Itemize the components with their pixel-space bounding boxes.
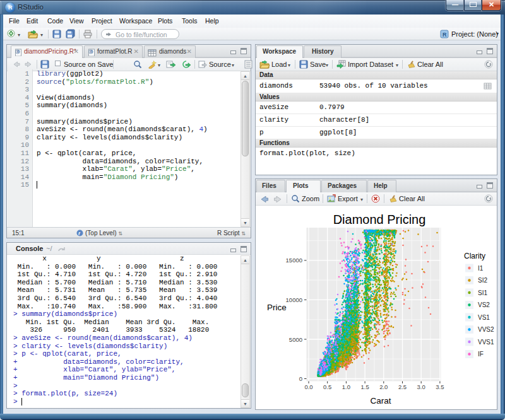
svg-text:3.5: 3.5 bbox=[436, 383, 444, 390]
svg-text:SI1: SI1 bbox=[478, 289, 487, 296]
svg-text:Diamond Pricing: Diamond Pricing bbox=[333, 213, 426, 226]
svg-text:2.0: 2.0 bbox=[379, 383, 388, 390]
svg-text:0.0: 0.0 bbox=[304, 383, 312, 390]
svg-text:IF: IF bbox=[478, 351, 484, 358]
svg-text:R: R bbox=[17, 50, 20, 54]
svg-text:R: R bbox=[90, 50, 93, 54]
svg-text:VVS1: VVS1 bbox=[478, 339, 494, 346]
svg-text:Price: Price bbox=[267, 303, 287, 312]
svg-text:10000: 10000 bbox=[286, 296, 302, 303]
svg-text:3.0: 3.0 bbox=[417, 383, 425, 390]
svg-text:VS2: VS2 bbox=[478, 301, 490, 308]
svg-text:R: R bbox=[443, 32, 447, 38]
svg-text:1.5: 1.5 bbox=[360, 383, 369, 390]
svg-text:5000: 5000 bbox=[289, 336, 302, 343]
svg-text:15000: 15000 bbox=[286, 257, 302, 264]
svg-text:2.5: 2.5 bbox=[398, 383, 407, 390]
svg-text:Carat: Carat bbox=[370, 396, 391, 405]
svg-text:0.5: 0.5 bbox=[323, 383, 331, 390]
svg-text:Clarity: Clarity bbox=[464, 252, 485, 260]
svg-text:SI2: SI2 bbox=[478, 277, 487, 284]
svg-text:VS1: VS1 bbox=[478, 314, 490, 321]
svg-text:0: 0 bbox=[299, 375, 302, 382]
svg-text:1.0: 1.0 bbox=[342, 383, 350, 390]
svg-text:I1: I1 bbox=[478, 265, 484, 272]
svg-text:VVS2: VVS2 bbox=[478, 326, 494, 333]
